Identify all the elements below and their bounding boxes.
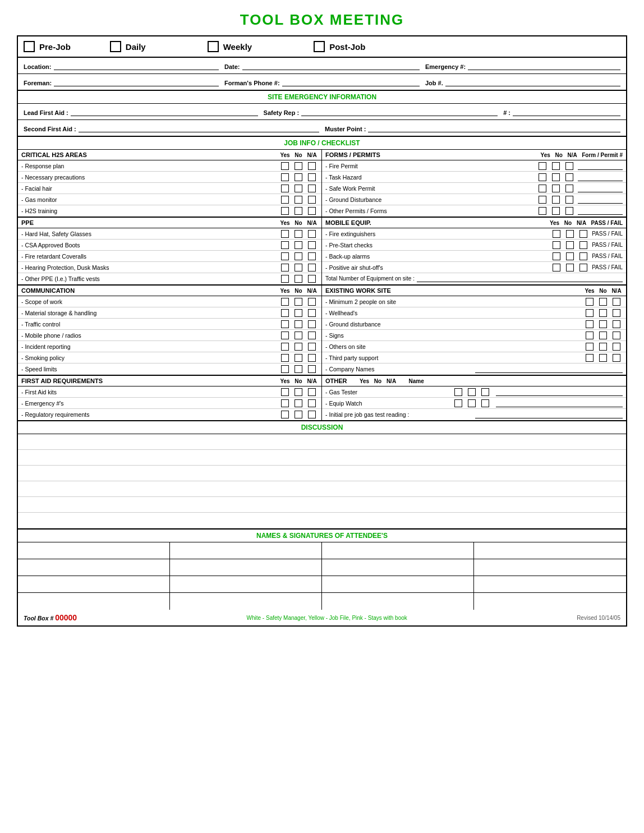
lead-first-aid-input[interactable] bbox=[71, 107, 258, 116]
min2-yes[interactable] bbox=[586, 298, 594, 306]
scope-work-yes[interactable] bbox=[281, 298, 289, 306]
post-job-option[interactable]: Post-Job bbox=[314, 41, 365, 52]
ground-disturbance-yes[interactable] bbox=[586, 320, 594, 328]
emergency-input[interactable] bbox=[468, 61, 620, 70]
discussion-line-1[interactable] bbox=[18, 434, 626, 450]
fire-coveralls-yes[interactable] bbox=[281, 252, 289, 260]
date-input[interactable] bbox=[242, 61, 420, 70]
mobile-phone-no[interactable] bbox=[295, 332, 302, 339]
fire-coveralls-no[interactable] bbox=[295, 252, 302, 260]
csa-boots-no[interactable] bbox=[295, 241, 302, 249]
hard-hat-no[interactable] bbox=[295, 230, 302, 238]
gas-monitor-no[interactable] bbox=[295, 196, 302, 204]
sig-cell[interactable] bbox=[18, 576, 170, 593]
backup-alarms-yes[interactable] bbox=[553, 252, 560, 260]
gas-tester-na[interactable] bbox=[481, 388, 489, 396]
scope-work-na[interactable] bbox=[308, 298, 316, 306]
fire-ext-yes[interactable] bbox=[553, 230, 560, 238]
fire-ext-na[interactable] bbox=[579, 230, 587, 238]
task-hazard-line[interactable] bbox=[578, 173, 623, 181]
traffic-control-no[interactable] bbox=[295, 320, 302, 328]
sig-cell[interactable] bbox=[474, 576, 626, 593]
traffic-control-yes[interactable] bbox=[281, 320, 289, 328]
facial-hair-no[interactable] bbox=[295, 185, 302, 192]
third-party-na[interactable] bbox=[613, 354, 620, 362]
traffic-control-na[interactable] bbox=[308, 320, 316, 328]
incident-reporting-na[interactable] bbox=[308, 343, 316, 351]
incident-reporting-no[interactable] bbox=[295, 343, 302, 351]
sig-cell[interactable] bbox=[322, 542, 474, 559]
other-ppe-no[interactable] bbox=[295, 275, 302, 283]
smoking-policy-na[interactable] bbox=[308, 354, 316, 362]
reg-req-no[interactable] bbox=[295, 411, 302, 418]
gas-monitor-yes[interactable] bbox=[281, 196, 289, 204]
ground-disturbance-na[interactable] bbox=[613, 320, 620, 328]
nec-precautions-na[interactable] bbox=[308, 173, 316, 181]
backup-alarms-na[interactable] bbox=[579, 252, 587, 260]
h2s-training-na[interactable] bbox=[308, 207, 316, 215]
equip-watch-yes[interactable] bbox=[454, 399, 462, 407]
third-party-no[interactable] bbox=[599, 354, 607, 362]
weekly-checkbox[interactable] bbox=[208, 41, 219, 52]
sig-cell[interactable] bbox=[18, 542, 170, 559]
h2s-training-no[interactable] bbox=[295, 207, 302, 215]
material-storage-na[interactable] bbox=[308, 309, 316, 317]
response-plan-no[interactable] bbox=[295, 162, 302, 170]
other-permits-yes[interactable] bbox=[539, 207, 546, 215]
smoking-policy-yes[interactable] bbox=[281, 354, 289, 362]
pre-job-option[interactable]: Pre-Job bbox=[24, 41, 71, 52]
pos-air-na[interactable] bbox=[579, 264, 587, 271]
other-permits-line[interactable] bbox=[578, 207, 623, 215]
gas-tester-no[interactable] bbox=[468, 388, 476, 396]
others-on-site-na[interactable] bbox=[613, 343, 620, 351]
reg-req-yes[interactable] bbox=[281, 411, 289, 418]
sig-cell[interactable] bbox=[18, 593, 170, 610]
response-plan-na[interactable] bbox=[308, 162, 316, 170]
hard-hat-na[interactable] bbox=[308, 230, 316, 238]
min2-na[interactable] bbox=[613, 298, 620, 306]
safe-work-yes[interactable] bbox=[539, 185, 546, 192]
total-equip-input[interactable] bbox=[417, 274, 623, 282]
sig-cell[interactable] bbox=[474, 542, 626, 559]
speed-limits-no[interactable] bbox=[295, 365, 302, 373]
pre-job-checkbox[interactable] bbox=[24, 41, 35, 52]
gas-tester-name-input[interactable] bbox=[496, 388, 623, 396]
ground-dist-line[interactable] bbox=[578, 196, 623, 204]
foreman-input[interactable] bbox=[54, 77, 219, 86]
sig-cell[interactable] bbox=[170, 542, 322, 559]
speed-limits-yes[interactable] bbox=[281, 365, 289, 373]
first-aid-kits-yes[interactable] bbox=[281, 388, 289, 396]
nec-precautions-yes[interactable] bbox=[281, 173, 289, 181]
hearing-prot-yes[interactable] bbox=[281, 264, 289, 271]
signs-yes[interactable] bbox=[586, 332, 594, 339]
pos-air-yes[interactable] bbox=[553, 264, 560, 271]
daily-option[interactable]: Daily bbox=[110, 41, 146, 52]
nec-precautions-no[interactable] bbox=[295, 173, 302, 181]
others-on-site-yes[interactable] bbox=[586, 343, 594, 351]
job-input[interactable] bbox=[445, 77, 620, 86]
csa-boots-yes[interactable] bbox=[281, 241, 289, 249]
gas-monitor-na[interactable] bbox=[308, 196, 316, 204]
smoking-policy-no[interactable] bbox=[295, 354, 302, 362]
fire-permit-na[interactable] bbox=[565, 162, 573, 170]
sig-cell[interactable] bbox=[322, 559, 474, 576]
emergency-nums-yes[interactable] bbox=[281, 399, 289, 407]
equip-watch-name-input[interactable] bbox=[496, 399, 623, 407]
daily-checkbox[interactable] bbox=[110, 41, 121, 52]
scope-work-no[interactable] bbox=[295, 298, 302, 306]
others-on-site-no[interactable] bbox=[599, 343, 607, 351]
mobile-phone-yes[interactable] bbox=[281, 332, 289, 339]
facial-hair-na[interactable] bbox=[308, 185, 316, 192]
sig-cell[interactable] bbox=[474, 593, 626, 610]
speed-limits-na[interactable] bbox=[308, 365, 316, 373]
response-plan-yes[interactable] bbox=[281, 162, 289, 170]
task-hazard-na[interactable] bbox=[565, 173, 573, 181]
min2-no[interactable] bbox=[599, 298, 607, 306]
ground-dist-no[interactable] bbox=[552, 196, 560, 204]
backup-alarms-no[interactable] bbox=[566, 252, 574, 260]
pre-start-no[interactable] bbox=[566, 241, 574, 249]
other-permits-no[interactable] bbox=[552, 207, 560, 215]
emergency-nums-no[interactable] bbox=[295, 399, 302, 407]
reg-req-na[interactable] bbox=[308, 411, 316, 418]
initial-gas-test-input[interactable] bbox=[475, 411, 623, 418]
